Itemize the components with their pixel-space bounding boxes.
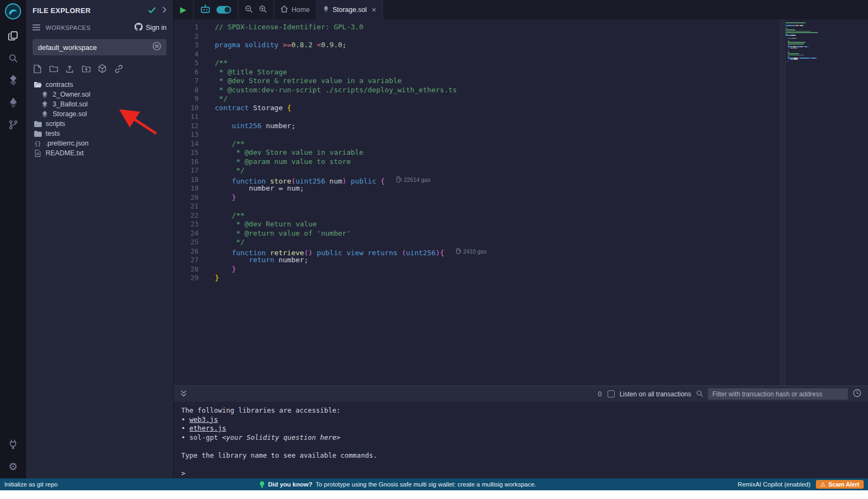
- line-number[interactable]: 2: [174, 32, 199, 41]
- new-folder-icon[interactable]: [49, 64, 58, 73]
- code-line[interactable]: number = num;: [215, 184, 868, 193]
- line-number[interactable]: 17: [174, 166, 199, 175]
- line-number[interactable]: 1: [174, 23, 199, 32]
- tree-item[interactable]: scripts: [26, 119, 173, 129]
- remixai-robot-icon[interactable]: [200, 4, 210, 16]
- search-icon[interactable]: [7, 52, 20, 65]
- line-number[interactable]: 9: [174, 94, 199, 104]
- check-icon[interactable]: [148, 5, 156, 15]
- code-line[interactable]: /**: [215, 140, 868, 149]
- tree-item[interactable]: 3_Ballot.sol: [26, 99, 173, 109]
- code-line[interactable]: [215, 202, 868, 211]
- line-number[interactable]: 8: [174, 86, 199, 95]
- zoom-in-icon[interactable]: [259, 5, 267, 15]
- hamburger-menu-icon[interactable]: [33, 23, 40, 33]
- line-number[interactable]: 28: [174, 265, 199, 274]
- history-icon[interactable]: [853, 389, 861, 400]
- chevron-right-icon[interactable]: [162, 5, 167, 15]
- line-number[interactable]: 25: [174, 238, 199, 247]
- upload-folder-icon[interactable]: [81, 64, 91, 73]
- code-line[interactable]: /**: [215, 211, 868, 220]
- file-explorer-icon[interactable]: [7, 29, 20, 42]
- line-number[interactable]: 26: [174, 247, 199, 256]
- code-editor[interactable]: 1234567891011121314151617181920212223242…: [174, 20, 868, 386]
- deploy-run-icon[interactable]: [7, 96, 20, 109]
- transaction-filter-input[interactable]: [708, 388, 848, 400]
- code-line[interactable]: /**: [215, 59, 868, 68]
- code-line[interactable]: * @title Storage: [215, 68, 868, 77]
- line-number[interactable]: 24: [174, 229, 199, 238]
- tree-item[interactable]: Storage.sol: [26, 109, 173, 119]
- remix-logo[interactable]: [4, 3, 22, 20]
- link-icon[interactable]: [114, 64, 123, 73]
- code-line[interactable]: contract Storage {: [215, 104, 868, 113]
- line-number[interactable]: 5: [174, 59, 199, 68]
- code-line[interactable]: * @custom:dev-run-script ./scripts/deplo…: [215, 86, 868, 95]
- tab-home[interactable]: Home: [274, 0, 317, 20]
- line-number[interactable]: 12: [174, 122, 199, 131]
- plugin-manager-icon[interactable]: [7, 438, 20, 451]
- code-line[interactable]: [215, 130, 868, 140]
- line-number[interactable]: 13: [174, 130, 199, 140]
- git-icon[interactable]: [7, 118, 20, 131]
- line-number[interactable]: 27: [174, 256, 199, 265]
- line-number[interactable]: 10: [174, 104, 199, 113]
- code-line[interactable]: }: [215, 274, 868, 283]
- line-number[interactable]: 21: [174, 202, 199, 211]
- editor-scrollbar[interactable]: [780, 20, 786, 386]
- upload-file-icon[interactable]: [65, 64, 74, 73]
- code-lines[interactable]: // SPDX-License-Identifier: GPL-3.0pragm…: [206, 20, 868, 386]
- search-icon[interactable]: [696, 389, 703, 399]
- terminal-library-link[interactable]: ethers.js: [189, 424, 226, 432]
- line-number[interactable]: 19: [174, 184, 199, 193]
- tree-item[interactable]: tests: [26, 129, 173, 138]
- code-line[interactable]: */: [215, 166, 868, 175]
- copilot-toggle[interactable]: [216, 6, 231, 14]
- code-line[interactable]: return number;: [215, 256, 868, 265]
- code-line[interactable]: uint256 number;: [215, 122, 868, 131]
- solidity-compiler-icon[interactable]: [7, 74, 20, 87]
- code-line[interactable]: function retrieve() public view returns …: [215, 247, 868, 256]
- line-number[interactable]: 29: [174, 274, 199, 283]
- code-line[interactable]: [215, 32, 868, 41]
- code-line[interactable]: }: [215, 265, 868, 274]
- tree-item[interactable]: {}.prettierrc.json: [26, 138, 173, 148]
- code-line[interactable]: */: [215, 94, 868, 104]
- line-number[interactable]: 16: [174, 157, 199, 167]
- tree-item[interactable]: contracts: [26, 80, 173, 90]
- code-line[interactable]: * @return value of 'number': [215, 229, 868, 238]
- git-init-button[interactable]: Initialize as git repo: [4, 481, 58, 488]
- code-line[interactable]: [215, 50, 868, 59]
- copilot-status[interactable]: RemixAI Copilot (enabled): [738, 481, 810, 488]
- close-tab-icon[interactable]: ×: [372, 5, 376, 14]
- new-file-icon[interactable]: [33, 64, 42, 73]
- scam-alert-badge[interactable]: ⚠ Scam Alert: [816, 480, 864, 489]
- line-number[interactable]: 4: [174, 50, 199, 59]
- code-line[interactable]: * @param num value to store: [215, 157, 868, 167]
- workspace-dropdown[interactable]: default_workspace: [33, 39, 167, 55]
- tree-item[interactable]: README.txt: [26, 148, 173, 158]
- tab-storage-sol[interactable]: Storage.sol ×: [317, 0, 383, 20]
- listen-all-checkbox[interactable]: [608, 390, 615, 397]
- line-number[interactable]: 7: [174, 77, 199, 86]
- settings-gear-icon[interactable]: ⚙: [7, 460, 20, 473]
- line-number-gutter[interactable]: 1234567891011121314151617181920212223242…: [174, 20, 206, 386]
- line-number[interactable]: 22: [174, 211, 199, 220]
- terminal-library-link[interactable]: web3.js: [189, 415, 218, 424]
- code-line[interactable]: */: [215, 238, 868, 247]
- terminal-output[interactable]: The following libraries are accessible:•…: [174, 402, 868, 478]
- zoom-out-icon[interactable]: [245, 5, 253, 15]
- code-line[interactable]: function store(uint256 num) public {2251…: [215, 175, 868, 185]
- sign-in-button[interactable]: Sign in: [135, 23, 167, 33]
- tree-item[interactable]: 2_Owner.sol: [26, 90, 173, 99]
- line-number[interactable]: 3: [174, 41, 199, 50]
- code-line[interactable]: [215, 112, 868, 122]
- line-number[interactable]: 20: [174, 193, 199, 203]
- line-number[interactable]: 18: [174, 175, 199, 185]
- code-line[interactable]: pragma solidity >=0.8.2 <0.9.0;: [215, 41, 868, 50]
- minimap[interactable]: [786, 22, 825, 63]
- line-number[interactable]: 15: [174, 148, 199, 157]
- code-line[interactable]: * @dev Return value: [215, 220, 868, 229]
- run-script-button[interactable]: ▶: [180, 6, 187, 14]
- publish-ipfs-icon[interactable]: [98, 64, 107, 73]
